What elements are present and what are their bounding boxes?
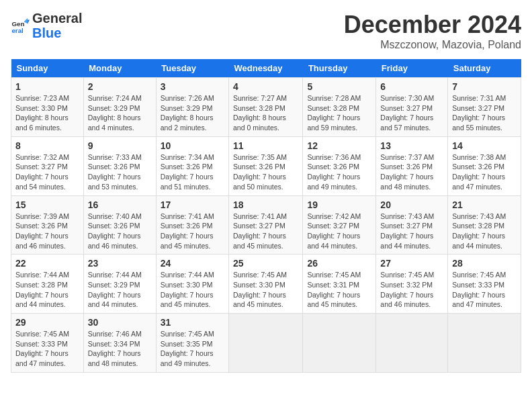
day-info: Sunrise: 7:23 AMSunset: 3:30 PMDaylight:… (15, 93, 79, 133)
calendar-cell: 4Sunrise: 7:27 AMSunset: 3:28 PMDaylight… (229, 78, 303, 137)
calendar-cell: 22Sunrise: 7:44 AMSunset: 3:28 PMDayligh… (11, 255, 84, 314)
calendar-cell: 7Sunrise: 7:31 AMSunset: 3:27 PMDaylight… (448, 78, 521, 137)
day-info: Sunrise: 7:44 AMSunset: 3:28 PMDaylight:… (15, 270, 79, 310)
calendar-cell: 17Sunrise: 7:41 AMSunset: 3:26 PMDayligh… (156, 195, 228, 255)
calendar-cell: 6Sunrise: 7:30 AMSunset: 3:27 PMDaylight… (376, 78, 448, 137)
day-number: 30 (88, 317, 152, 328)
day-number: 27 (380, 258, 443, 269)
day-number: 25 (233, 258, 298, 269)
calendar-cell: 5Sunrise: 7:28 AMSunset: 3:28 PMDaylight… (303, 78, 376, 137)
day-info: Sunrise: 7:30 AMSunset: 3:27 PMDaylight:… (380, 93, 443, 133)
calendar-cell: 21Sunrise: 7:43 AMSunset: 3:28 PMDayligh… (448, 195, 521, 255)
calendar-cell: 1Sunrise: 7:23 AMSunset: 3:30 PMDaylight… (11, 78, 84, 137)
day-info: Sunrise: 7:45 AMSunset: 3:30 PMDaylight:… (233, 270, 298, 310)
day-info: Sunrise: 7:28 AMSunset: 3:28 PMDaylight:… (307, 93, 371, 133)
day-info: Sunrise: 7:33 AMSunset: 3:26 PMDaylight:… (88, 152, 152, 192)
day-number: 8 (15, 140, 79, 151)
page-header: Gen eral General Blue December 2024 Mszc… (11, 11, 521, 51)
calendar-table: SundayMondayTuesdayWednesdayThursdayFrid… (11, 59, 521, 373)
day-number: 28 (452, 258, 517, 269)
day-info: Sunrise: 7:32 AMSunset: 3:27 PMDaylight:… (15, 152, 79, 192)
day-number: 9 (88, 140, 152, 151)
day-of-week-header: Friday (376, 59, 448, 78)
day-info: Sunrise: 7:42 AMSunset: 3:27 PMDaylight:… (307, 212, 371, 251)
calendar-cell: 9Sunrise: 7:33 AMSunset: 3:26 PMDaylight… (83, 136, 156, 195)
calendar-header-row: SundayMondayTuesdayWednesdayThursdayFrid… (11, 59, 521, 78)
calendar-cell: 18Sunrise: 7:41 AMSunset: 3:27 PMDayligh… (229, 195, 303, 255)
day-number: 6 (380, 81, 443, 92)
day-number: 4 (233, 81, 298, 92)
calendar-cell: 25Sunrise: 7:45 AMSunset: 3:30 PMDayligh… (229, 255, 303, 314)
month-title: December 2024 (344, 11, 521, 39)
calendar-cell (303, 314, 376, 373)
calendar-cell: 13Sunrise: 7:37 AMSunset: 3:26 PMDayligh… (376, 136, 448, 195)
day-info: Sunrise: 7:39 AMSunset: 3:26 PMDaylight:… (15, 212, 79, 251)
day-info: Sunrise: 7:40 AMSunset: 3:26 PMDaylight:… (88, 212, 152, 251)
day-of-week-header: Sunday (11, 59, 84, 78)
day-of-week-header: Thursday (303, 59, 376, 78)
calendar-cell: 14Sunrise: 7:38 AMSunset: 3:26 PMDayligh… (448, 136, 521, 195)
calendar-cell: 31Sunrise: 7:45 AMSunset: 3:35 PMDayligh… (156, 314, 228, 373)
calendar-cell (229, 314, 303, 373)
location-subtitle: Mszczonow, Mazovia, Poland (344, 39, 521, 51)
day-info: Sunrise: 7:34 AMSunset: 3:26 PMDaylight:… (161, 152, 224, 192)
calendar-cell: 30Sunrise: 7:46 AMSunset: 3:34 PMDayligh… (83, 314, 156, 373)
day-number: 13 (380, 140, 443, 151)
calendar-cell: 8Sunrise: 7:32 AMSunset: 3:27 PMDaylight… (11, 136, 84, 195)
day-number: 21 (452, 199, 517, 210)
day-info: Sunrise: 7:35 AMSunset: 3:26 PMDaylight:… (233, 152, 298, 192)
day-info: Sunrise: 7:45 AMSunset: 3:35 PMDaylight:… (161, 329, 224, 369)
calendar-cell: 24Sunrise: 7:44 AMSunset: 3:30 PMDayligh… (156, 255, 228, 314)
calendar-cell: 15Sunrise: 7:39 AMSunset: 3:26 PMDayligh… (11, 195, 84, 255)
day-info: Sunrise: 7:43 AMSunset: 3:28 PMDaylight:… (452, 212, 517, 251)
day-info: Sunrise: 7:44 AMSunset: 3:29 PMDaylight:… (88, 270, 152, 310)
day-number: 17 (161, 199, 224, 210)
day-number: 15 (15, 199, 79, 210)
day-info: Sunrise: 7:46 AMSunset: 3:34 PMDaylight:… (88, 329, 152, 369)
title-block: December 2024 Mszczonow, Mazovia, Poland (344, 11, 521, 51)
day-number: 24 (161, 258, 224, 269)
day-number: 1 (15, 81, 79, 92)
logo: Gen eral General Blue (11, 11, 82, 40)
day-info: Sunrise: 7:38 AMSunset: 3:26 PMDaylight:… (452, 152, 517, 192)
calendar-cell: 23Sunrise: 7:44 AMSunset: 3:29 PMDayligh… (83, 255, 156, 314)
calendar-week-row: 15Sunrise: 7:39 AMSunset: 3:26 PMDayligh… (11, 195, 521, 255)
day-of-week-header: Tuesday (156, 59, 228, 78)
day-number: 7 (452, 81, 517, 92)
day-info: Sunrise: 7:45 AMSunset: 3:33 PMDaylight:… (452, 270, 517, 310)
day-number: 12 (307, 140, 371, 151)
day-info: Sunrise: 7:37 AMSunset: 3:26 PMDaylight:… (380, 152, 443, 192)
calendar-cell (448, 314, 521, 373)
day-info: Sunrise: 7:36 AMSunset: 3:26 PMDaylight:… (307, 152, 371, 192)
calendar-cell: 20Sunrise: 7:43 AMSunset: 3:27 PMDayligh… (376, 195, 448, 255)
calendar-cell: 19Sunrise: 7:42 AMSunset: 3:27 PMDayligh… (303, 195, 376, 255)
calendar-cell: 10Sunrise: 7:34 AMSunset: 3:26 PMDayligh… (156, 136, 228, 195)
day-info: Sunrise: 7:44 AMSunset: 3:30 PMDaylight:… (161, 270, 224, 310)
day-number: 26 (307, 258, 371, 269)
day-number: 2 (88, 81, 152, 92)
day-number: 31 (161, 317, 224, 328)
day-info: Sunrise: 7:31 AMSunset: 3:27 PMDaylight:… (452, 93, 517, 133)
day-info: Sunrise: 7:27 AMSunset: 3:28 PMDaylight:… (233, 93, 298, 133)
day-number: 5 (307, 81, 371, 92)
calendar-cell: 16Sunrise: 7:40 AMSunset: 3:26 PMDayligh… (83, 195, 156, 255)
calendar-week-row: 8Sunrise: 7:32 AMSunset: 3:27 PMDaylight… (11, 136, 521, 195)
day-number: 11 (233, 140, 298, 151)
day-info: Sunrise: 7:24 AMSunset: 3:29 PMDaylight:… (88, 93, 152, 133)
day-info: Sunrise: 7:45 AMSunset: 3:33 PMDaylight:… (15, 329, 79, 369)
calendar-week-row: 22Sunrise: 7:44 AMSunset: 3:28 PMDayligh… (11, 255, 521, 314)
day-number: 10 (161, 140, 224, 151)
day-info: Sunrise: 7:43 AMSunset: 3:27 PMDaylight:… (380, 212, 443, 251)
calendar-cell: 3Sunrise: 7:26 AMSunset: 3:29 PMDaylight… (156, 78, 228, 137)
calendar-cell: 12Sunrise: 7:36 AMSunset: 3:26 PMDayligh… (303, 136, 376, 195)
day-number: 14 (452, 140, 517, 151)
day-info: Sunrise: 7:26 AMSunset: 3:29 PMDaylight:… (161, 93, 224, 133)
day-info: Sunrise: 7:45 AMSunset: 3:31 PMDaylight:… (307, 270, 371, 310)
logo-icon: Gen eral (11, 16, 30, 35)
day-of-week-header: Saturday (448, 59, 521, 78)
day-info: Sunrise: 7:41 AMSunset: 3:26 PMDaylight:… (161, 212, 224, 251)
day-number: 29 (15, 317, 79, 328)
day-number: 23 (88, 258, 152, 269)
calendar-cell (376, 314, 448, 373)
day-number: 19 (307, 199, 371, 210)
